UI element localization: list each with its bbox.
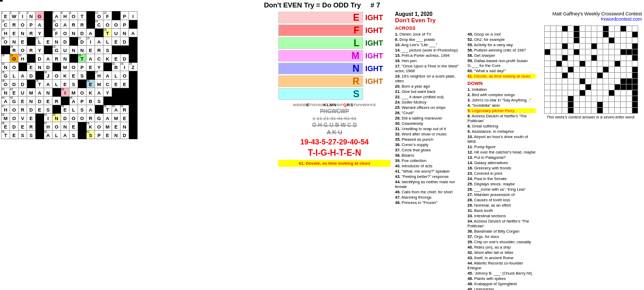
cell-3-3[interactable]: N xyxy=(19,29,27,37)
cell-13-10[interactable]: O xyxy=(78,114,87,122)
cell-3-7[interactable]: 18F xyxy=(53,29,61,37)
cell-10-10[interactable]: O xyxy=(78,88,87,97)
cell-8-4[interactable]: D xyxy=(27,71,36,80)
cell-6-1[interactable]: 26 xyxy=(2,54,10,63)
cell-9-12[interactable]: M xyxy=(95,80,104,88)
cell-14-15[interactable]: N xyxy=(121,122,129,131)
cell-4-2[interactable]: N xyxy=(10,37,19,46)
cell-11-1[interactable]: 44A xyxy=(2,97,10,105)
cell-12-14[interactable]: 50A xyxy=(112,105,121,114)
cell-15-15[interactable]: D xyxy=(121,131,129,139)
cell-12-10[interactable]: S xyxy=(78,105,87,114)
cell-9-13[interactable]: C xyxy=(104,80,112,88)
cell-8-15[interactable]: O xyxy=(121,71,129,80)
cell-7-4[interactable]: 31E xyxy=(27,63,36,71)
cell-12-3[interactable]: R xyxy=(19,105,27,114)
cell-12-4[interactable]: D xyxy=(27,105,36,114)
cell-13-8[interactable]: D xyxy=(61,114,70,122)
cell-8-2[interactable]: L xyxy=(10,71,19,80)
cell-7-8[interactable]: M xyxy=(61,63,70,71)
cell-10-9[interactable]: M xyxy=(70,88,78,97)
cell-15-14[interactable]: N xyxy=(112,131,121,139)
cell-9-1[interactable]: 38O xyxy=(2,80,10,88)
cell-7-1[interactable]: 30N xyxy=(2,63,10,71)
cell-3-9[interactable]: N xyxy=(70,29,78,37)
cell-7-2[interactable]: O xyxy=(10,63,19,71)
cell-6-2[interactable]: 27O xyxy=(10,54,19,63)
cell-4-14[interactable]: E xyxy=(112,37,121,46)
cell-7-14[interactable]: 32B xyxy=(112,63,121,71)
cell-3-1[interactable]: 17H xyxy=(2,29,10,37)
cell-5-4[interactable]: R xyxy=(27,46,36,54)
cell-10-12[interactable]: A xyxy=(95,88,104,97)
cell-13-15[interactable]: E xyxy=(121,114,129,122)
cell-3-8[interactable]: O xyxy=(61,29,70,37)
cell-6-15[interactable]: D xyxy=(121,54,129,63)
cell-13-12[interactable]: G xyxy=(95,114,104,122)
cell-1-4[interactable]: 4N xyxy=(27,12,36,20)
cell-5-5[interactable]: Y xyxy=(36,46,44,54)
cell-11-7[interactable]: R xyxy=(53,97,61,105)
cell-6-10[interactable]: 29T xyxy=(78,54,87,63)
cell-9-3[interactable]: D xyxy=(19,80,27,88)
cell-1-10[interactable]: T xyxy=(78,12,87,20)
cell-15-2[interactable]: E xyxy=(10,131,19,139)
cell-8-6[interactable]: 36J xyxy=(44,71,53,80)
cell-14-4[interactable]: R xyxy=(27,122,36,131)
cell-4-7[interactable]: N xyxy=(53,37,61,46)
cell-4-13[interactable]: L xyxy=(104,37,112,46)
cell-11-2[interactable]: 45G xyxy=(10,97,19,105)
cell-3-15[interactable]: N xyxy=(121,29,129,37)
cell-5-7[interactable]: 25G xyxy=(53,46,61,54)
cell-2-2[interactable]: R xyxy=(10,20,19,29)
cell-6-8[interactable]: N xyxy=(61,54,70,63)
cell-8-7[interactable]: O xyxy=(53,71,61,80)
cell-1-2[interactable]: 2W xyxy=(10,12,19,20)
cell-1-15[interactable]: P xyxy=(121,12,129,20)
cell-6-3[interactable]: 28H xyxy=(19,54,27,63)
cell-10-2[interactable]: 42E xyxy=(10,88,19,97)
cell-5-9[interactable]: N xyxy=(70,46,78,54)
cell-13-4[interactable]: E xyxy=(27,114,36,122)
cell-12-1[interactable]: 47H xyxy=(2,105,10,114)
cell-9-2[interactable]: D xyxy=(10,80,19,88)
cell-5-2[interactable]: 24R xyxy=(10,46,19,54)
cell-14-2[interactable]: D xyxy=(10,122,19,131)
cell-7-9[interactable]: O xyxy=(70,63,78,71)
cell-2-10[interactable]: R xyxy=(78,20,87,29)
cell-15-1[interactable]: 59T xyxy=(2,131,10,139)
cell-14-1[interactable]: 56E xyxy=(2,122,10,131)
cell-2-4[interactable]: P xyxy=(27,20,36,29)
cell-7-10[interactable]: P xyxy=(78,63,87,71)
cell-2-9[interactable]: R xyxy=(70,20,78,29)
cell-2-1[interactable]: 14C xyxy=(2,20,10,29)
cell-1-7[interactable]: 7A xyxy=(53,12,61,20)
cell-8-14[interactable]: L xyxy=(112,71,121,80)
cell-9-7[interactable]: L xyxy=(53,80,61,88)
cell-15-7[interactable]: L xyxy=(53,131,61,139)
cell-4-10[interactable]: 22D xyxy=(78,37,87,46)
cell-11-4[interactable]: N xyxy=(27,97,36,105)
cell-10-8[interactable]: 43I xyxy=(61,88,70,97)
cell-8-12[interactable]: 37H xyxy=(95,71,104,80)
cell-2-8[interactable]: A xyxy=(61,20,70,29)
cell-4-3[interactable]: E xyxy=(19,37,27,46)
cell-13-11[interactable]: R xyxy=(87,114,95,122)
cell-6-5[interactable]: D xyxy=(36,54,44,63)
cell-15-3[interactable]: S xyxy=(19,131,27,139)
cell-11-11[interactable]: B xyxy=(87,97,95,105)
cell-6-7[interactable]: R xyxy=(53,54,61,63)
cell-3-11[interactable]: A xyxy=(87,29,95,37)
cell-2-13[interactable]: O xyxy=(104,20,112,29)
cell-9-6[interactable]: A xyxy=(44,80,53,88)
cell-1-9[interactable]: 9O xyxy=(70,12,78,20)
cell-5-13[interactable]: S xyxy=(104,46,112,54)
cell-10-6[interactable]: N xyxy=(44,88,53,97)
cell-8-13[interactable]: A xyxy=(104,71,112,80)
cell-14-9[interactable]: E xyxy=(70,122,78,131)
cell-8-9[interactable]: E xyxy=(70,71,78,80)
cell-4-12[interactable]: A xyxy=(95,37,104,46)
cell-15-9[interactable]: S xyxy=(70,131,78,139)
cell-1-5[interactable]: G xyxy=(36,12,44,20)
cell-14-13[interactable]: M xyxy=(104,122,112,131)
